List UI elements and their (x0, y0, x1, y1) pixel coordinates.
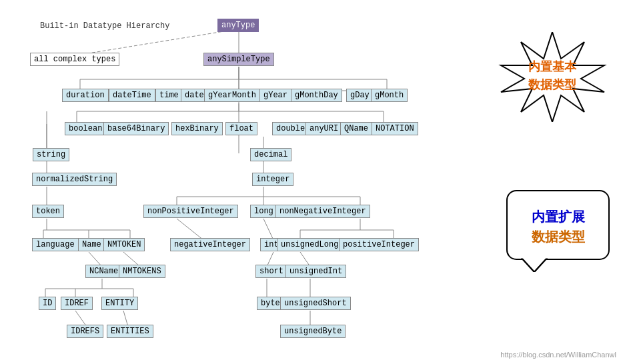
node-time: time (155, 89, 183, 102)
node-dateTime: dateTime (109, 89, 155, 102)
node-gYearMonth: gYearMonth (204, 89, 260, 102)
node-integer: integer (252, 173, 293, 186)
speech-bubble: 内置扩展 数据类型 (506, 190, 610, 260)
node-normalizedString: normalizedString (32, 173, 117, 186)
bubble-sub-line1: 内置扩展 (508, 201, 608, 227)
node-anyType: anyType (217, 19, 259, 32)
node-negativeInteger: negativeInteger (170, 238, 250, 251)
node-nonPositiveInteger: nonPositiveInteger (143, 205, 238, 218)
node-positiveInteger: positiveInteger (339, 238, 419, 251)
node-gMonth: gMonth (371, 89, 408, 102)
svg-text:数据类型: 数据类型 (528, 78, 577, 91)
bubble-tail (521, 257, 548, 272)
node-long: long (250, 205, 277, 218)
svg-text:内置基本: 内置基本 (528, 60, 577, 73)
node-language: language (32, 238, 79, 251)
node-anySimpleType: anySimpleType (203, 53, 274, 66)
node-unsignedShort: unsignedShort (280, 297, 351, 310)
node-gMonthDay: gMonthDay (291, 89, 342, 102)
node-double: double (272, 122, 309, 135)
svg-marker-49 (521, 257, 548, 272)
node-unsignedByte: unsignedByte (280, 325, 346, 338)
node-unsignedLong: unsignedLong (277, 238, 342, 251)
node-unsignedInt: unsignedInt (285, 265, 346, 278)
star-bubble: 内置基本 数据类型 (494, 32, 611, 122)
node-IDREFS: IDREFS (67, 325, 103, 338)
diagram-title: Built-in Datatype Hierarchy (40, 21, 169, 31)
svg-line-0 (80, 30, 232, 55)
node-duration: duration (62, 89, 109, 102)
node-ENTITY: ENTITY (101, 297, 138, 310)
node-NCName: NCName (85, 265, 122, 278)
node-string: string (33, 148, 69, 161)
node-ENTITIES: ENTITIES (107, 325, 153, 338)
node-boolean: boolean (65, 122, 106, 135)
node-decimal: decimal (250, 148, 291, 161)
node-IDREF: IDREF (61, 297, 93, 310)
node-base64Binary: base64Binary (103, 122, 169, 135)
node-float: float (225, 122, 257, 135)
node-token: token (32, 205, 64, 218)
node-ID: ID (39, 297, 56, 310)
node-Name: Name (78, 238, 105, 251)
bubble-sub-line2: 数据类型 (508, 229, 608, 247)
node-allComplexTypes: all complex types (30, 53, 119, 66)
node-QName: QName (340, 122, 372, 135)
svg-line-25 (177, 219, 203, 240)
diagram-area: Built-in Datatype Hierarchy (0, 0, 623, 364)
node-nonNegativeInteger: nonNegativeInteger (275, 205, 370, 218)
node-hexBinary: hexBinary (171, 122, 223, 135)
node-anyURI: anyURI (305, 122, 342, 135)
node-NMTOKENS: NMTOKENS (119, 265, 165, 278)
node-NMTOKEN: NMTOKEN (103, 238, 145, 251)
speech-bubble-text: 内置扩展 数据类型 (508, 191, 608, 247)
node-gDay: gDay (346, 89, 374, 102)
svg-marker-46 (501, 32, 604, 122)
svg-line-26 (263, 219, 273, 240)
node-short: short (255, 265, 287, 278)
node-NOTATION: NOTATION (372, 122, 418, 135)
node-gYear: gYear (259, 89, 291, 102)
watermark: https://blog.csdn.net/WilliamChanwl (500, 351, 616, 359)
